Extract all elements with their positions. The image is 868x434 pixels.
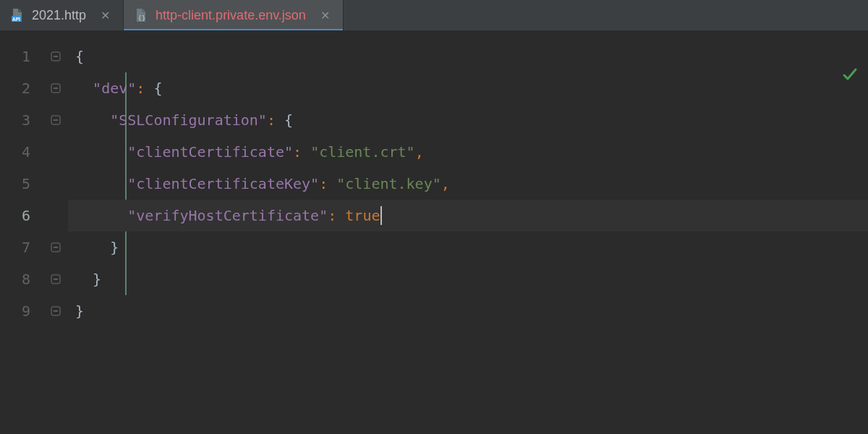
tab-http-client-env[interactable]: {} http-client.private.env.json ✕ bbox=[124, 0, 344, 30]
inspection-ok-icon[interactable] bbox=[842, 67, 858, 86]
svg-text:API: API bbox=[12, 17, 20, 22]
code-line: } bbox=[68, 295, 868, 327]
tab-label: 2021.http bbox=[32, 8, 86, 23]
line-number-gutter: 1 2 3 4 5 6 7 8 9 bbox=[0, 30, 43, 434]
close-icon[interactable]: ✕ bbox=[320, 9, 330, 22]
tab-label: http-client.private.env.json bbox=[156, 8, 306, 23]
text-caret bbox=[380, 206, 382, 225]
fold-end-icon[interactable] bbox=[43, 263, 68, 295]
json-file-icon: {} bbox=[134, 8, 148, 22]
code-line: "clientCertificateKey": "client.key", bbox=[68, 168, 868, 200]
line-number: 9 bbox=[0, 295, 43, 327]
fold-end-icon[interactable] bbox=[43, 231, 68, 263]
close-icon[interactable]: ✕ bbox=[101, 9, 110, 22]
line-number: 7 bbox=[0, 231, 43, 263]
line-number: 3 bbox=[0, 104, 43, 136]
code-line: "SSLConfiguration": { bbox=[68, 104, 868, 136]
code-line: } bbox=[68, 231, 868, 263]
fold-toggle-icon[interactable] bbox=[43, 104, 68, 136]
line-number: 1 bbox=[0, 41, 43, 72]
code-line-current: "verifyHostCertificate": true bbox=[68, 200, 868, 231]
fold-toggle-icon[interactable] bbox=[43, 41, 68, 72]
tab-2021-http[interactable]: API 2021.http ✕ bbox=[0, 0, 124, 30]
http-file-icon: API bbox=[10, 8, 25, 22]
code-line: } bbox=[68, 263, 868, 295]
code-line: { bbox=[68, 41, 868, 72]
tab-bar: API 2021.http ✕ {} http-client.private.e… bbox=[0, 0, 868, 30]
code-line: "dev": { bbox=[68, 72, 868, 104]
line-number: 4 bbox=[0, 136, 43, 168]
line-number: 6 bbox=[0, 200, 43, 231]
code-area[interactable]: { "dev": { "SSLConfiguration": { "client… bbox=[68, 30, 868, 434]
editor[interactable]: 1 2 3 4 5 6 7 8 9 bbox=[0, 30, 868, 434]
code-line: "clientCertificate": "client.crt", bbox=[68, 136, 868, 168]
fold-toggle-icon[interactable] bbox=[43, 72, 68, 104]
fold-gutter bbox=[43, 30, 68, 434]
svg-text:{}: {} bbox=[138, 14, 146, 22]
line-number: 5 bbox=[0, 168, 43, 200]
line-number: 2 bbox=[0, 72, 43, 104]
line-number: 8 bbox=[0, 263, 43, 295]
fold-end-icon[interactable] bbox=[43, 295, 68, 327]
